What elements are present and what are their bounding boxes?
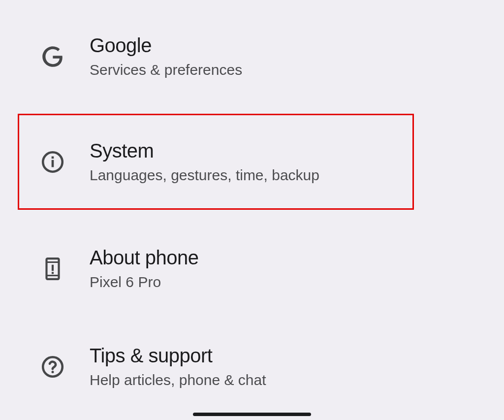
settings-item-text: Google Services & preferences — [90, 34, 242, 78]
settings-item-title: About phone — [90, 247, 198, 269]
svg-rect-7 — [52, 272, 54, 274]
settings-item-text: System Languages, gestures, time, backup — [90, 140, 319, 184]
settings-item-subtitle: Languages, gestures, time, backup — [90, 167, 319, 184]
settings-item-about-phone[interactable]: About phone Pixel 6 Pro — [0, 232, 504, 305]
navigation-handle[interactable] — [193, 413, 311, 416]
settings-item-google[interactable]: Google Services & preferences — [0, 20, 504, 93]
settings-item-title: Google — [90, 34, 242, 57]
settings-list: Google Services & preferences System Lan… — [0, 0, 504, 403]
settings-item-system[interactable]: System Languages, gestures, time, backup — [18, 114, 414, 210]
phone-icon — [40, 257, 65, 281]
settings-item-tips-support[interactable]: Tips & support Help articles, phone & ch… — [0, 330, 504, 403]
svg-point-9 — [52, 370, 54, 373]
help-icon — [40, 355, 65, 379]
svg-rect-6 — [52, 264, 54, 271]
info-icon — [40, 150, 65, 174]
google-icon — [40, 44, 65, 69]
svg-rect-2 — [52, 156, 54, 159]
settings-item-subtitle: Help articles, phone & chat — [90, 372, 266, 388]
settings-item-subtitle: Services & preferences — [90, 62, 242, 78]
settings-item-subtitle: Pixel 6 Pro — [90, 274, 198, 291]
settings-item-title: System — [90, 140, 319, 162]
settings-item-text: About phone Pixel 6 Pro — [90, 247, 198, 291]
settings-item-text: Tips & support Help articles, phone & ch… — [90, 345, 266, 388]
settings-item-title: Tips & support — [90, 345, 266, 367]
svg-rect-1 — [52, 160, 54, 167]
